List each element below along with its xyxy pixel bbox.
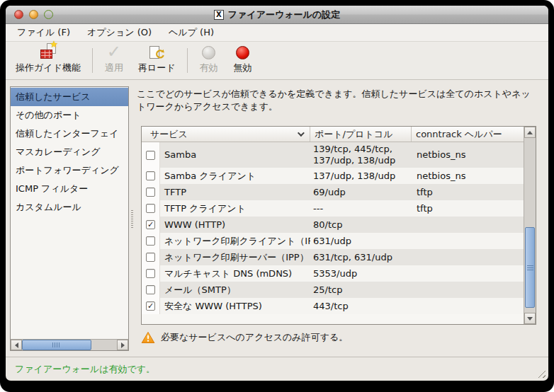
service-checkbox[interactable] bbox=[146, 188, 155, 197]
row-cells: 安全な WWW (HTTPS)443/tcp bbox=[160, 298, 524, 314]
service-name-cell: 安全な WWW (HTTPS) bbox=[160, 299, 310, 313]
service-checkbox[interactable] bbox=[146, 236, 155, 246]
resize-grip[interactable] bbox=[536, 368, 545, 378]
description-text: ここでどのサービスが信頼できるかを定義できます。信頼したサービスは全てのホストや… bbox=[137, 88, 538, 113]
apply-check-icon: ✓ bbox=[104, 43, 124, 60]
scroll-up-button[interactable] bbox=[524, 127, 536, 138]
ports-cell: 443/tcp bbox=[310, 299, 412, 313]
table-row[interactable]: Samba139/tcp, 445/tcp, 137/udp, 138/udpn… bbox=[142, 142, 524, 168]
arrow-left-icon bbox=[15, 342, 18, 348]
row-cells: TFTP クライアント---tftp bbox=[160, 200, 524, 217]
checkbox-gutter bbox=[142, 282, 160, 298]
main-panel: ここでどのサービスが信頼できるかを定義できます。信頼したサービスは全てのホストや… bbox=[135, 86, 543, 351]
service-checkbox[interactable] bbox=[146, 285, 155, 294]
disable-button[interactable]: 無効 bbox=[226, 44, 260, 77]
menu-file[interactable]: ファイル (F) bbox=[9, 24, 79, 41]
table-body: Samba139/tcp, 445/tcp, 137/udp, 138/udpn… bbox=[142, 142, 524, 324]
table-row[interactable]: TFTP クライアント---tftp bbox=[142, 200, 524, 217]
toolbar-button-label: 無効 bbox=[234, 62, 252, 74]
table-row[interactable]: ネットワーク印刷クライアント（IPP）631/udp bbox=[142, 233, 524, 249]
vertical-scrollbar-thumb[interactable] bbox=[525, 227, 535, 308]
wizard-button[interactable]: ★操作ガイド機能 bbox=[9, 44, 88, 77]
column-header-ports[interactable]: ポート/プロトコル bbox=[310, 127, 412, 142]
checkbox-gutter bbox=[142, 200, 160, 217]
conntrack-helper-cell bbox=[412, 224, 524, 226]
conntrack-helper-cell: netbios_ns bbox=[412, 169, 524, 183]
ports-cell: 5353/udp bbox=[310, 267, 412, 281]
table-vertical-scrollbar[interactable] bbox=[524, 127, 536, 324]
checkbox-gutter bbox=[142, 233, 160, 249]
service-checkbox[interactable]: ✓ bbox=[146, 301, 155, 311]
row-cells: TFTP69/udptftp bbox=[160, 184, 524, 200]
column-header-service[interactable]: サービス bbox=[142, 127, 310, 142]
service-name-cell: WWW (HTTP) bbox=[160, 218, 310, 232]
service-checkbox[interactable] bbox=[146, 253, 155, 262]
reload-icon bbox=[147, 45, 166, 60]
table-row[interactable]: ✓安全な WWW (HTTPS)443/tcp bbox=[142, 298, 524, 314]
table-row[interactable]: ネットワーク印刷サーバー（IPP）631/tcp, 631/udp bbox=[142, 249, 524, 265]
minimize-button[interactable] bbox=[29, 10, 38, 19]
firewall-status-text: ファイアーウォールは有効です。 bbox=[15, 363, 155, 376]
service-name-cell: マルチキャスト DNS (mDNS) bbox=[160, 267, 310, 281]
sidebar-horizontal-scrollbar[interactable] bbox=[11, 339, 128, 350]
toolbar-separator bbox=[187, 48, 188, 73]
conntrack-helper-cell bbox=[412, 289, 524, 292]
apply-button[interactable]: ✓適用 bbox=[97, 44, 131, 77]
toolbar-button-label: 操作ガイド機能 bbox=[16, 62, 81, 74]
menu-help[interactable]: ヘルプ (H) bbox=[160, 24, 222, 41]
conntrack-helper-cell bbox=[412, 256, 524, 259]
horizontal-scrollbar-thumb[interactable] bbox=[22, 340, 91, 350]
reload-button[interactable]: 再ロード bbox=[131, 44, 183, 77]
close-button[interactable] bbox=[14, 10, 23, 19]
scroll-down-button[interactable] bbox=[524, 313, 536, 324]
service-checkbox[interactable] bbox=[146, 204, 155, 213]
sort-indicator-icon bbox=[298, 129, 305, 137]
checkbox-gutter: ✓ bbox=[142, 217, 160, 233]
enable-circle-icon bbox=[199, 45, 219, 60]
vertical-scrollbar-track[interactable] bbox=[524, 138, 536, 313]
sidebar-item-port-forwarding[interactable]: ポートフォワーディング bbox=[11, 161, 128, 180]
toolbar-separator bbox=[92, 48, 93, 73]
menu-options[interactable]: オプション (O) bbox=[79, 24, 160, 41]
scroll-right-button[interactable] bbox=[117, 340, 128, 350]
sidebar-item-trusted-interfaces[interactable]: 信頼したインターフェイ bbox=[11, 125, 128, 143]
service-checkbox[interactable] bbox=[146, 171, 155, 180]
conntrack-helper-cell bbox=[412, 305, 524, 308]
services-table-inner: サービス ポート/プロトコル conntrack ヘルパー Samba139/t… bbox=[142, 127, 524, 324]
column-header-helper[interactable]: conntrack ヘルパー bbox=[412, 127, 524, 142]
checkbox-gutter bbox=[142, 265, 160, 282]
sidebar-item-trusted-services[interactable]: 信頼したサービス bbox=[11, 88, 128, 106]
sidebar-item-icmp-filter[interactable]: ICMP フィルター bbox=[11, 180, 128, 198]
service-checkbox[interactable] bbox=[146, 151, 155, 160]
warning-row: 必要なサービスへのアクセスのみ許可する。 bbox=[141, 327, 536, 348]
conntrack-helper-cell: tftp bbox=[412, 185, 524, 200]
firewall-config-window: X ファイアーウォールの設定 ファイル (F)オプション (O)ヘルプ (H) … bbox=[6, 6, 548, 381]
checkbox-gutter bbox=[142, 142, 160, 168]
toolbar-button-label: 有効 bbox=[200, 62, 218, 74]
sidebar-item-custom-rules[interactable]: カスタムルール bbox=[11, 198, 128, 217]
scroll-left-button[interactable] bbox=[11, 340, 22, 350]
thumb-grip-icon bbox=[527, 265, 533, 270]
service-checkbox[interactable] bbox=[146, 269, 155, 278]
service-name-cell: Samba bbox=[160, 148, 310, 162]
maximize-button[interactable] bbox=[44, 10, 53, 19]
pane-splitter[interactable] bbox=[129, 86, 135, 351]
menubar: ファイル (F)オプション (O)ヘルプ (H) bbox=[6, 24, 548, 42]
horizontal-scrollbar-track[interactable] bbox=[91, 340, 117, 350]
table-row[interactable]: TFTP69/udptftp bbox=[142, 184, 524, 200]
table-row[interactable]: ✓WWW (HTTP)80/tcp bbox=[142, 217, 524, 233]
arrow-down-icon bbox=[527, 317, 533, 321]
sidebar-item-masquerading[interactable]: マスカレーディング bbox=[11, 143, 128, 161]
ports-cell: 139/tcp, 445/tcp, 137/udp, 138/udp bbox=[310, 142, 412, 168]
services-table: サービス ポート/プロトコル conntrack ヘルパー Samba139/t… bbox=[141, 126, 536, 325]
sidebar-list: 信頼したサービスその他のポート信頼したインターフェイマスカレーディングポートフォ… bbox=[11, 87, 128, 339]
enable-button[interactable]: 有効 bbox=[192, 44, 226, 77]
window-title: ファイアーウォールの設定 bbox=[228, 8, 340, 21]
sidebar-item-other-ports[interactable]: その他のポート bbox=[11, 106, 128, 125]
titlebar[interactable]: X ファイアーウォールの設定 bbox=[6, 6, 548, 24]
service-name-cell: メール（SMTP） bbox=[160, 283, 310, 297]
table-row[interactable]: マルチキャスト DNS (mDNS)5353/udp bbox=[142, 265, 524, 282]
service-checkbox[interactable]: ✓ bbox=[146, 220, 155, 229]
table-row[interactable]: Samba クライアント137/udp, 138/udpnetbios_ns bbox=[142, 168, 524, 184]
table-row[interactable]: メール（SMTP）25/tcp bbox=[142, 282, 524, 298]
